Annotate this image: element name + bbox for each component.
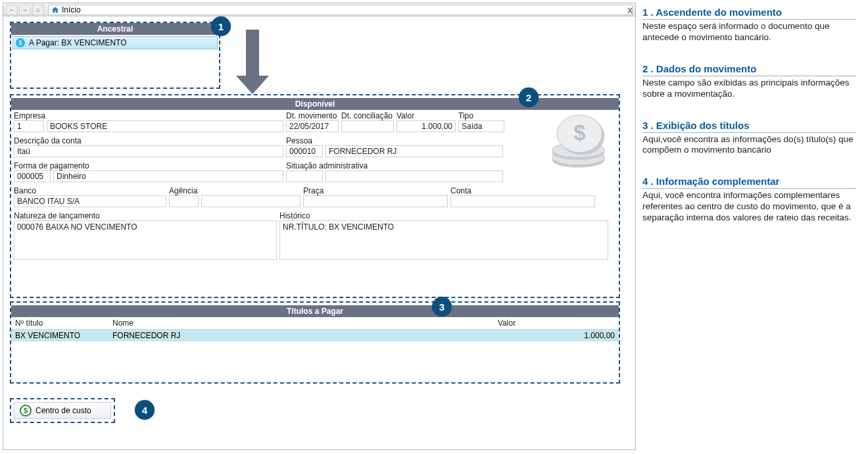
annotation-3-text: Aqui,você encontra as informações do(s) … [642,134,856,157]
banco-field[interactable]: BANCO ITAU S/A [14,195,166,207]
nav-home-button[interactable]: ⌂ [32,5,44,15]
agencia-name-field[interactable] [201,195,301,207]
callout-badge-3: 3 [432,297,452,316]
ancestral-item-label: A Pagar: BX VENCIMENTO [29,38,127,47]
annotation-1-text: Neste espaço será informado o documento … [642,21,856,43]
address-text: Início [62,5,81,14]
label-dt-conc: Dt. conciliação [341,111,394,120]
document-icon: $ [16,38,25,47]
empresa-code-field[interactable]: 1 [14,120,44,132]
col-num-titulo[interactable]: Nº título [11,317,108,329]
window-titlebar: ← → ⌂ Início x [3,3,635,16]
money-coins-icon: $ [547,114,610,166]
sit-adm-desc-field[interactable] [326,170,503,182]
col-valor[interactable]: Valor [494,317,619,329]
flow-arrow-icon [223,30,276,95]
cell-nome: FORNECEDOR RJ [108,330,494,341]
sit-adm-code-field[interactable] [286,170,323,182]
annotation-4: 4 . Informação complementar Aqui, você e… [642,176,856,224]
forma-pag-name-field[interactable]: Dinheiro [53,170,283,182]
cell-valor: 1.000,00 [494,330,619,341]
conta-field[interactable] [450,195,595,207]
label-sit-adm: Situação administrativa [286,161,503,170]
label-empresa: Empresa [14,111,283,120]
nav-back-button[interactable]: ← [6,5,18,15]
empresa-name-field[interactable]: BOOKS STORE [47,120,283,132]
label-historico: Histórico [279,211,608,220]
forma-pag-code-field[interactable]: 000005 [14,170,51,182]
label-valor: Valor [397,111,456,120]
annotation-2-title: 2 . Dados do movimento [642,63,856,76]
app-window: ← → ⌂ Início x 1 2 3 4 Ancestral $ A [3,3,636,450]
tipo-field[interactable]: Saída [458,120,504,132]
pessoa-name-field[interactable]: FORNECEDOR RJ [326,145,503,157]
callout-badge-4: 4 [135,400,155,420]
money-circle-icon: $ [20,405,32,416]
titulos-section: Títulos a Pagar Nº título Nome Valor BX … [10,301,620,384]
annotation-panel: 1 . Ascendente do movimento Neste espaço… [639,0,868,454]
callout-badge-1: 1 [211,16,231,36]
natureza-field[interactable]: 000076 BAIXA NO VENCIMENTO [14,220,277,260]
disponivel-section: Disponível Empresa 1 BOOKS STORE Dt. mov [10,94,620,298]
label-tipo: Tipo [458,111,504,120]
address-bar[interactable]: Início [48,5,633,15]
annotation-3-title: 3 . Exibição dos títulos [642,120,856,133]
ancestral-header: Ancestral [11,23,219,35]
label-banco: Banco [14,186,166,195]
ancestral-section: Ancestral $ A Pagar: BX VENCIMENTO [10,22,220,89]
callout-badge-2: 2 [519,88,539,107]
label-forma-pag: Forma de pagamento [14,161,283,170]
centro-custo-button[interactable]: $ Centro de custo [14,402,111,419]
agencia-code-field[interactable] [169,195,199,207]
label-conta: Conta [450,186,595,195]
window-close-button[interactable]: x [627,5,633,15]
svg-text:$: $ [573,121,585,145]
pessoa-code-field[interactable]: 000010 [286,145,323,157]
descricao-conta-field[interactable]: Itaú [14,145,283,157]
dt-conciliacao-field[interactable] [341,120,394,132]
centro-custo-label: Centro de custo [36,406,91,415]
titulos-header: Títulos a Pagar [11,305,619,317]
annotation-4-text: Aqui, você encontra informações compleme… [642,190,856,224]
label-agencia: Agência [169,186,301,195]
col-nome[interactable]: Nome [108,317,494,329]
nav-forward-button[interactable]: → [19,5,31,15]
annotation-3: 3 . Exibição dos títulos Aqui,você encon… [642,120,856,157]
label-dt-mov: Dt. movimento [286,111,339,120]
annotation-1: 1 . Ascendente do movimento Neste espaço… [642,7,856,43]
cell-num-titulo: BX VENCIMENTO [11,330,108,341]
annotation-4-title: 4 . Informação complementar [642,176,856,189]
dt-movimento-field[interactable]: 22/05/2017 [286,120,339,132]
label-praca: Praça [303,186,448,195]
valor-field[interactable]: 1.000,00 [397,120,456,132]
annotation-2-text: Neste campo são exibidas as principais i… [642,78,856,100]
historico-field[interactable]: NR.TÍTULO: BX VENCIMENTO [279,220,608,260]
titulos-row[interactable]: BX VENCIMENTO FORNECEDOR RJ 1.000,00 [11,330,619,341]
centro-custo-section: $ Centro de custo [10,398,115,423]
label-pessoa: Pessoa [286,136,503,145]
titulos-column-headers: Nº título Nome Valor [11,317,619,330]
annotation-1-title: 1 . Ascendente do movimento [642,7,856,20]
home-icon [51,6,59,14]
ancestral-item[interactable]: $ A Pagar: BX VENCIMENTO [12,36,218,49]
label-desc-conta: Descrição da conta [14,136,283,145]
annotation-2: 2 . Dados do movimento Neste campo são e… [642,63,856,100]
label-natureza: Natureza de lançamento [14,211,277,220]
praca-field[interactable] [303,195,448,207]
